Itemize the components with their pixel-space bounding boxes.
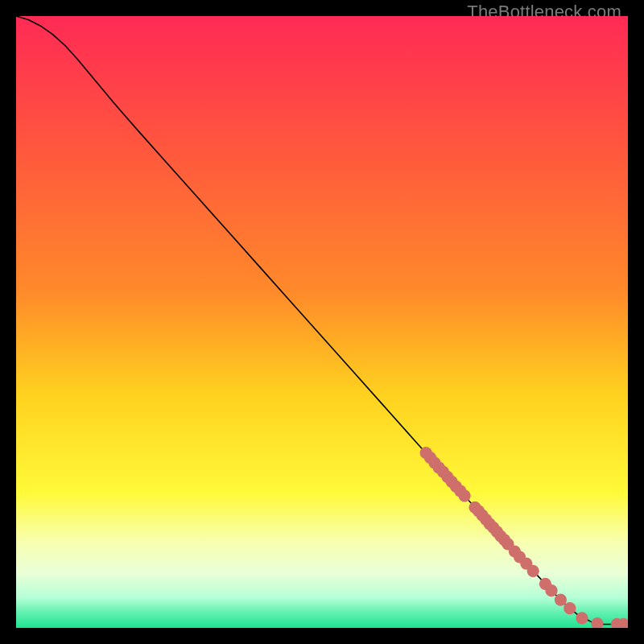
chart-svg: [16, 16, 628, 628]
data-marker: [458, 489, 470, 502]
chart-container: TheBottleneck.com: [0, 0, 644, 644]
data-marker: [576, 612, 588, 624]
data-marker: [555, 593, 567, 605]
data-marker: [545, 584, 557, 597]
plot-area: [16, 16, 628, 628]
data-marker: [564, 602, 576, 614]
data-marker: [527, 565, 539, 577]
gradient-background: [16, 16, 628, 628]
